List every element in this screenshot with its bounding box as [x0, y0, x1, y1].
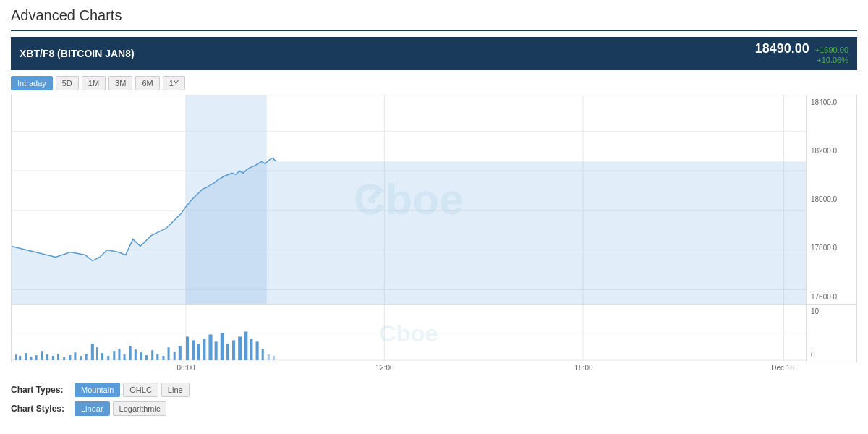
svg-rect-31 — [74, 352, 76, 360]
svg-rect-46 — [156, 354, 158, 360]
page-title: Advanced Charts — [11, 7, 857, 31]
ticker-bar: XBT/F8 (BITCOIN JAN8) 18490.00 +1690.00 … — [11, 37, 857, 70]
time-btn-6m[interactable]: 6M — [135, 76, 159, 90]
x-label-0600: 06:00 — [176, 364, 195, 372]
ticker-symbol: XBT/F8 (BITCOIN JAN8) — [20, 48, 135, 59]
svg-rect-23 — [30, 357, 32, 360]
chart-types-row: Chart Types: MountainOHLCLine — [11, 383, 857, 397]
volume-y-label-bottom: 0 — [811, 351, 854, 359]
svg-rect-24 — [35, 355, 38, 360]
svg-rect-50 — [179, 346, 182, 360]
svg-rect-63 — [256, 341, 259, 360]
time-range-bar: Intraday5D1M3M6M1Y — [11, 76, 857, 90]
svg-rect-65 — [268, 354, 270, 360]
svg-rect-51 — [186, 336, 189, 360]
volume-y-label-top: 10 — [811, 307, 854, 315]
svg-rect-28 — [57, 354, 59, 360]
svg-rect-40 — [124, 354, 126, 360]
x-axis-labels: 06:00 12:00 18:00 Dec 16 — [11, 362, 807, 377]
main-y-axis: 18400.018200.018000.017800.017600.0 — [806, 95, 856, 304]
time-btn-5d[interactable]: 5D — [56, 76, 79, 90]
ticker-change: +1690.00 +10.06% — [815, 45, 848, 66]
main-chart: Cboe — [12, 95, 806, 304]
y-axis-label: 17600.0 — [811, 293, 854, 301]
y-axis-label: 18000.0 — [811, 195, 854, 203]
y-axis-label: 18400.0 — [811, 98, 854, 106]
svg-rect-45 — [151, 350, 153, 360]
svg-rect-42 — [135, 349, 137, 360]
chart-styles-label: Chart Styles: — [11, 404, 69, 414]
svg-rect-60 — [238, 336, 242, 360]
svg-rect-61 — [244, 331, 247, 360]
chart-types-label: Chart Types: — [11, 385, 69, 395]
chart-type-buttons: MountainOHLCLine — [75, 383, 190, 397]
x-axis: 06:00 12:00 18:00 Dec 16 — [11, 362, 857, 377]
svg-rect-44 — [145, 355, 148, 360]
svg-rect-59 — [232, 340, 235, 360]
chart-style-buttons: LinearLogarithmic — [75, 401, 166, 416]
volume-chart-area: Cboe 10 0 — [11, 305, 857, 362]
ticker-price-container: 18490.00 +1690.00 +10.06% — [755, 41, 848, 66]
time-btn-3m[interactable]: 3M — [109, 76, 132, 90]
y-axis-label: 17800.0 — [811, 244, 854, 252]
volume-chart-svg: Cboe — [12, 305, 806, 362]
chart-type-btn-mountain[interactable]: Mountain — [75, 383, 120, 397]
svg-rect-25 — [41, 351, 43, 360]
main-chart-area: Cboe 18400.018200.018000.017800.017600.0 — [11, 95, 857, 305]
svg-rect-52 — [192, 340, 195, 360]
time-btn-intraday[interactable]: Intraday — [11, 76, 53, 90]
svg-rect-53 — [197, 344, 200, 360]
time-btn-1y[interactable]: 1Y — [163, 76, 185, 90]
bottom-controls: Chart Types: MountainOHLCLine Chart Styl… — [11, 383, 857, 416]
volume-y-axis: 10 0 — [806, 305, 856, 362]
y-axis-label: 18200.0 — [811, 147, 854, 155]
svg-rect-37 — [107, 356, 109, 360]
x-axis-spacer — [807, 362, 857, 377]
svg-rect-64 — [262, 349, 264, 360]
chart-type-btn-line[interactable]: Line — [161, 383, 190, 397]
ticker-change-value: +1690.00 — [815, 45, 848, 55]
svg-rect-39 — [118, 349, 120, 360]
svg-rect-57 — [221, 333, 224, 360]
ticker-price: 18490.00 — [755, 41, 809, 56]
svg-text:Cboe: Cboe — [379, 320, 438, 346]
svg-rect-62 — [250, 339, 252, 360]
chart-style-btn-linear[interactable]: Linear — [75, 401, 110, 416]
svg-rect-38 — [113, 351, 115, 360]
x-label-1800: 18:00 — [574, 364, 592, 372]
svg-rect-22 — [25, 353, 27, 360]
svg-rect-54 — [203, 339, 205, 360]
chart-style-btn-logarithmic[interactable]: Logarithmic — [113, 401, 167, 416]
svg-rect-27 — [52, 356, 54, 360]
svg-rect-34 — [91, 344, 94, 360]
svg-rect-56 — [215, 341, 218, 360]
svg-rect-35 — [96, 347, 98, 360]
svg-rect-66 — [273, 356, 275, 360]
time-btn-1m[interactable]: 1M — [82, 76, 106, 90]
svg-rect-26 — [46, 354, 48, 360]
svg-rect-36 — [101, 353, 103, 360]
svg-rect-41 — [129, 346, 132, 360]
svg-rect-32 — [80, 356, 82, 360]
svg-rect-58 — [226, 344, 229, 360]
x-label-dec16: Dec 16 — [771, 364, 794, 372]
svg-rect-49 — [174, 352, 176, 360]
x-label-1200: 12:00 — [375, 364, 393, 372]
main-chart-svg: Cboe — [12, 95, 806, 304]
chart-styles-row: Chart Styles: LinearLogarithmic — [11, 401, 857, 416]
svg-rect-21 — [19, 356, 21, 360]
ticker-change-pct: +10.06% — [815, 55, 848, 65]
svg-rect-43 — [140, 352, 142, 360]
svg-rect-30 — [69, 355, 71, 360]
volume-chart: Cboe — [12, 305, 806, 362]
svg-rect-29 — [63, 357, 65, 360]
svg-rect-47 — [162, 356, 164, 360]
svg-rect-48 — [168, 347, 170, 360]
chart-type-btn-ohlc[interactable]: OHLC — [123, 383, 158, 397]
svg-rect-55 — [208, 334, 212, 360]
svg-rect-20 — [15, 354, 17, 360]
svg-rect-33 — [85, 354, 88, 360]
